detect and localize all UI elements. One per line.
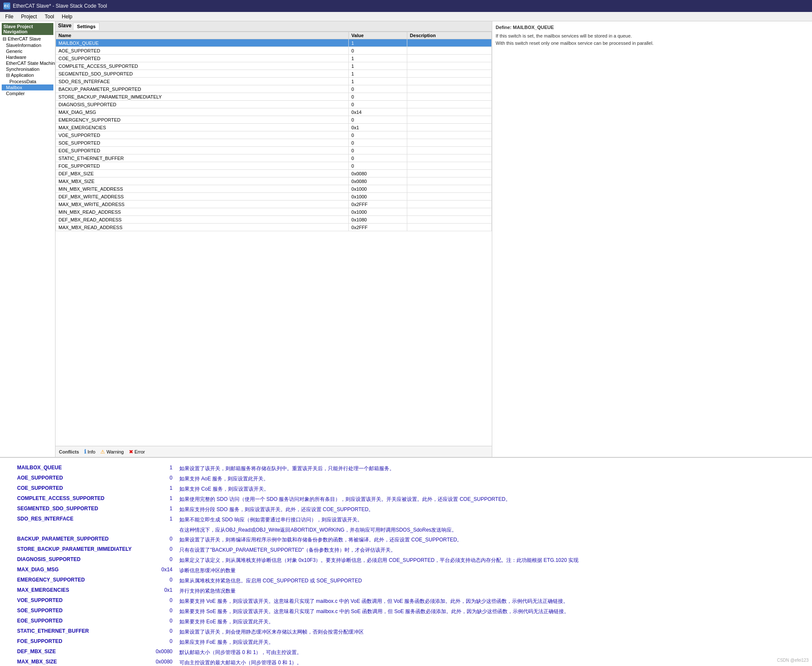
param-value[interactable]: 1 xyxy=(349,62,407,70)
table-row[interactable]: FOE_SUPPORTED 0 xyxy=(56,162,492,170)
conflict-warning[interactable]: ⚠ Warning xyxy=(100,449,124,455)
table-row[interactable]: COMPLETE_ACCESS_SUPPORTED 1 xyxy=(56,62,492,70)
table-row[interactable]: STORE_BACKUP_PARAMETER_IMMEDIATELY 0 xyxy=(56,93,492,101)
doc-param-desc: 默认邮箱大小（同步管理器 0 和 1），可由主控设置。 xyxy=(179,649,795,656)
sidebar-item-compiler[interactable]: Compiler xyxy=(2,90,53,96)
param-value[interactable]: 0x1 xyxy=(349,124,407,131)
table-row[interactable]: MAX_MBX_READ_ADDRESS 0x2FFF xyxy=(56,224,492,231)
param-value[interactable]: 1 xyxy=(349,55,407,62)
doc-param-value: 1 xyxy=(145,485,179,491)
table-row[interactable]: DIAGNOSIS_SUPPORTED 0 xyxy=(56,101,492,108)
param-value[interactable]: 1 xyxy=(349,78,407,85)
param-name: AOE_SUPPORTED xyxy=(56,47,349,55)
param-value[interactable]: 0x1000 xyxy=(349,185,407,193)
doc-param-value: 1 xyxy=(145,506,179,512)
param-value[interactable]: 0 xyxy=(349,139,407,147)
panel-header: Slave Settings xyxy=(55,21,492,32)
sidebar-item-application[interactable]: ⊟ Application xyxy=(2,72,53,79)
table-row[interactable]: STATIC_ETHERNET_BUFFER 0 xyxy=(56,154,492,162)
table-row[interactable]: EMERGENCY_SUPPORTED 0 xyxy=(56,116,492,124)
params-table-container[interactable]: Name Value Description MAILBOX_QUEUE 1 A… xyxy=(55,32,492,446)
doc-row: STORE_BACKUP_PARAMETER_IMMEDIATELY 0 只有在… xyxy=(17,546,795,554)
table-row[interactable]: EOE_SUPPORTED 0 xyxy=(56,147,492,154)
table-row[interactable]: MIN_MBX_WRITE_ADDRESS 0x1000 xyxy=(56,185,492,193)
param-value[interactable]: 0x2FFF xyxy=(349,224,407,231)
doc-row: SDO_RES_INTERFACE 1 如果不能立即生成 SDO 响应（例如需要… xyxy=(17,516,795,523)
table-row[interactable]: DEF_MBX_WRITE_ADDRESS 0x1000 xyxy=(56,193,492,201)
conflict-info[interactable]: ℹ Info xyxy=(84,448,95,455)
param-value[interactable]: 0x1000 xyxy=(349,208,407,216)
doc-param-name: MAX_EMERGENCIES xyxy=(17,587,145,593)
param-value[interactable]: 0 xyxy=(349,131,407,139)
info-label: Info xyxy=(88,449,95,454)
center-panel: Slave Settings Name Value Description MA… xyxy=(55,21,492,457)
app-icon: EC xyxy=(3,3,10,9)
param-description xyxy=(407,124,492,131)
sidebar-item-ethercat-slave[interactable]: ⊟ EtherCAT Slave xyxy=(2,36,53,42)
param-description xyxy=(407,185,492,193)
table-row[interactable]: MAX_EMERGENCIES 0x1 xyxy=(56,124,492,131)
doc-param-desc: 如果要支持 VoE 服务，则应设置该开关。这意味着只实现了 mailbox.c … xyxy=(179,597,795,605)
settings-tab[interactable]: Settings xyxy=(73,23,99,30)
table-row[interactable]: SOE_SUPPORTED 0 xyxy=(56,139,492,147)
param-description xyxy=(407,170,492,177)
sidebar-item-synchronisation[interactable]: Synchronisation xyxy=(2,66,53,72)
doc-param-desc: 如果使用完整的 SDO 访问（使用一个 SDO 服务访问对象的所有条目），则应设… xyxy=(179,495,795,503)
param-description xyxy=(407,55,492,62)
doc-param-name: AOE_SUPPORTED xyxy=(17,475,145,481)
param-value[interactable]: 0x14 xyxy=(349,108,407,116)
table-row[interactable]: DEF_MBX_SIZE 0x0080 xyxy=(56,170,492,177)
doc-param-name: SDO_RES_INTERFACE xyxy=(17,516,145,522)
menu-tool[interactable]: Tool xyxy=(41,13,58,20)
table-row[interactable]: SDO_RES_INTERFACE 1 xyxy=(56,78,492,85)
param-value[interactable]: 0 xyxy=(349,85,407,93)
table-row[interactable]: MAX_DIAG_MSG 0x14 xyxy=(56,108,492,116)
menu-file[interactable]: File xyxy=(2,13,17,20)
sidebar-item-state-machine[interactable]: EtherCAT State Machine xyxy=(2,60,53,66)
doc-row: MAX_DIAG_MSG 0x14 诊断信息形缓冲区的数量 xyxy=(17,567,795,574)
param-description xyxy=(407,162,492,170)
doc-param-value: 0x1 xyxy=(145,587,179,593)
param-value[interactable]: 0 xyxy=(349,116,407,124)
param-value[interactable]: 0x1080 xyxy=(349,216,407,224)
table-row[interactable]: BACKUP_PARAMETER_SUPPORTED 0 xyxy=(56,85,492,93)
doc-param-name: MAILBOX_QUEUE xyxy=(17,465,145,471)
param-value[interactable]: 0x2FFF xyxy=(349,201,407,208)
param-value[interactable]: 0x1000 xyxy=(349,193,407,201)
param-value[interactable]: 0 xyxy=(349,162,407,170)
error-icon: ✖ xyxy=(129,449,133,455)
sidebar-item-generic[interactable]: Generic xyxy=(2,48,53,54)
table-row[interactable]: MAX_MBX_WRITE_ADDRESS 0x2FFF xyxy=(56,201,492,208)
doc-param-value: 1 xyxy=(145,465,179,471)
doc-param-name: DEF_MBX_SIZE xyxy=(17,649,145,654)
param-value[interactable]: 0 xyxy=(349,93,407,101)
table-row[interactable]: VOE_SUPPORTED 0 xyxy=(56,131,492,139)
param-name: COE_SUPPORTED xyxy=(56,55,349,62)
param-value[interactable]: 1 xyxy=(349,70,407,78)
table-row[interactable]: MAILBOX_QUEUE 1 xyxy=(56,39,492,47)
sidebar-item-slave-info[interactable]: SlaveInformation xyxy=(2,42,53,48)
sidebar-item-mailbox[interactable]: Mailbox xyxy=(2,84,53,90)
conflict-error[interactable]: ✖ Error xyxy=(129,449,145,455)
table-row[interactable]: SEGMENTED_SDO_SUPPORTED 1 xyxy=(56,70,492,78)
param-value[interactable]: 0x0080 xyxy=(349,170,407,177)
param-value[interactable]: 0 xyxy=(349,154,407,162)
sidebar-item-hardware[interactable]: Hardware xyxy=(2,54,53,60)
param-value[interactable]: 0 xyxy=(349,147,407,154)
param-value[interactable]: 0x0080 xyxy=(349,177,407,185)
param-description xyxy=(407,70,492,78)
menu-help[interactable]: Help xyxy=(58,13,76,20)
menu-project[interactable]: Project xyxy=(18,13,40,20)
param-value[interactable]: 0 xyxy=(349,47,407,55)
param-description xyxy=(407,62,492,70)
sidebar-item-processdata[interactable]: ProcessData xyxy=(2,79,53,84)
table-row[interactable]: DEF_MBX_READ_ADDRESS 0x1080 xyxy=(56,216,492,224)
param-value[interactable]: 0 xyxy=(349,101,407,108)
table-row[interactable]: MIN_MBX_READ_ADDRESS 0x1000 xyxy=(56,208,492,216)
doc-row: FOE_SUPPORTED 0 如果应支持 FoE 服务，则应设置此开关。 xyxy=(17,638,795,646)
doc-row: EMERGENCY_SUPPORTED 0 如果从属堆栈支持紧急信息。应启用 C… xyxy=(17,577,795,585)
table-row[interactable]: COE_SUPPORTED 1 xyxy=(56,55,492,62)
table-row[interactable]: AOE_SUPPORTED 0 xyxy=(56,47,492,55)
param-value[interactable]: 1 xyxy=(349,39,407,47)
table-row[interactable]: MAX_MBX_SIZE 0x0080 xyxy=(56,177,492,185)
